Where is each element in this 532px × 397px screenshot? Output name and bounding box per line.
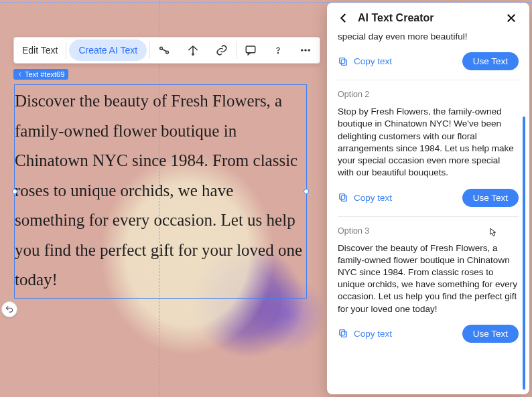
link-icon[interactable] — [208, 37, 236, 63]
copy-text-button[interactable]: Copy text — [338, 56, 392, 67]
svg-rect-3 — [246, 46, 255, 53]
svg-point-6 — [305, 50, 307, 52]
ai-option-label: Option 2 — [338, 90, 519, 99]
svg-point-4 — [278, 52, 279, 53]
ai-option-body: special day even more beautiful! — [338, 31, 519, 43]
svg-rect-11 — [340, 194, 345, 200]
resize-handle-right[interactable] — [304, 189, 309, 194]
create-ai-text-button[interactable]: Create AI Text — [69, 39, 147, 61]
animation-icon[interactable] — [150, 37, 178, 63]
svg-point-1 — [166, 51, 169, 54]
context-toolbar: Edit Text Create AI Text — [13, 37, 320, 64]
element-tag[interactable]: Text #text69 — [13, 69, 68, 80]
resize-handle-left[interactable] — [12, 189, 17, 194]
svg-point-0 — [160, 47, 163, 50]
svg-rect-10 — [341, 195, 346, 201]
svg-point-7 — [308, 50, 310, 52]
ai-option-label: Option 3 — [338, 226, 519, 236]
close-button[interactable] — [505, 12, 519, 24]
ai-text-creator-panel: AI Text Creator special day even more be… — [327, 3, 529, 394]
ai-option: Option 3 Discover the beauty of Fresh Fl… — [338, 217, 519, 352]
undo-button[interactable] — [1, 301, 17, 317]
svg-rect-12 — [341, 332, 346, 337]
back-button[interactable] — [338, 12, 351, 24]
scrollbar-thumb[interactable] — [523, 116, 525, 390]
ai-option: Option 2 Stop by Fresh Flowers, the fami… — [338, 80, 519, 216]
help-icon[interactable] — [265, 37, 291, 63]
svg-point-5 — [302, 50, 304, 52]
use-text-button[interactable]: Use Text — [462, 52, 519, 70]
use-text-button[interactable]: Use Text — [462, 189, 519, 207]
copy-text-label: Copy text — [354, 329, 392, 339]
copy-text-label: Copy text — [354, 56, 392, 66]
use-text-button[interactable]: Use Text — [462, 325, 519, 343]
element-tag-label: Text #text69 — [25, 70, 64, 78]
copy-text-button[interactable]: Copy text — [338, 192, 392, 203]
svg-rect-13 — [340, 330, 345, 335]
selected-text-block[interactable]: Discover the beauty of Fresh Flowers, a … — [14, 84, 307, 299]
toolbar-divider — [66, 42, 66, 59]
copy-text-button[interactable]: Copy text — [338, 328, 392, 339]
svg-rect-9 — [340, 58, 345, 63]
ai-option: special day even more beautiful! Copy te… — [338, 31, 519, 80]
panel-title: AI Text Creator — [358, 12, 505, 24]
svg-rect-8 — [341, 60, 346, 65]
more-icon[interactable] — [291, 37, 320, 63]
design-icon[interactable] — [178, 37, 208, 63]
ai-option-body: Discover the beauty of Fresh Flowers, a … — [338, 242, 519, 315]
edit-text-button[interactable]: Edit Text — [14, 37, 66, 63]
comment-icon[interactable] — [237, 37, 265, 63]
copy-text-label: Copy text — [354, 193, 392, 203]
ai-option-body: Stop by Fresh Flowers, the family-owned … — [338, 106, 519, 179]
text-block-content: Discover the beauty of Fresh Flowers, a … — [15, 92, 302, 289]
